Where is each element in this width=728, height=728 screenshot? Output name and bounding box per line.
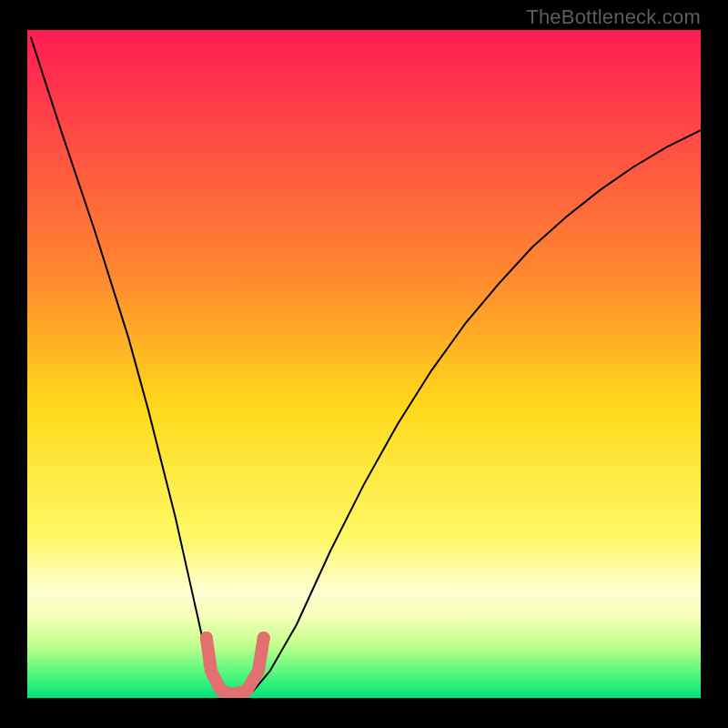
optimal-dot-left-b — [204, 658, 217, 671]
optimal-dot-left-a — [200, 632, 213, 644]
chart-background — [27, 30, 701, 698]
optimal-dot-right — [258, 632, 270, 644]
chart-frame: TheBottleneck.com — [0, 0, 728, 728]
watermark-text: TheBottleneck.com — [526, 5, 701, 29]
chart-svg — [27, 30, 701, 698]
plot-area — [27, 30, 701, 698]
